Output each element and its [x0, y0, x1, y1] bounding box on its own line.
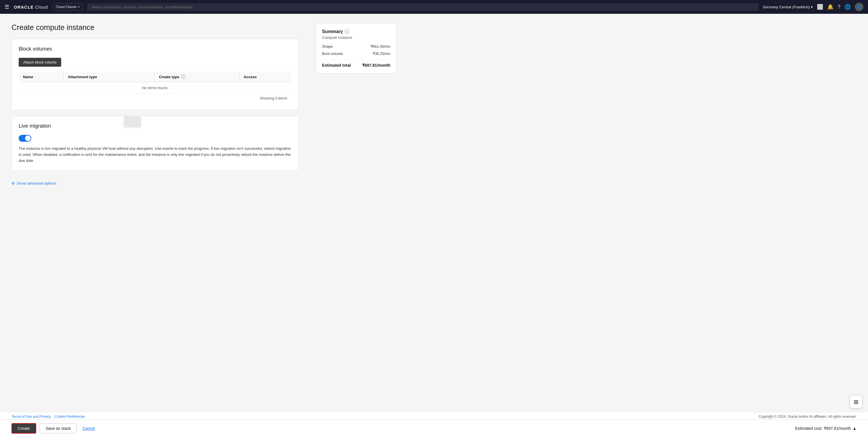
summary-title: Summary	[322, 29, 343, 34]
estimated-total-label: Estimated total	[322, 63, 351, 67]
summary-subtitle: Compute instance	[322, 35, 390, 40]
summary-total-row: Estimated total ₹697.81/month	[322, 63, 390, 67]
shape-value: ₹661.56/mo	[371, 44, 390, 49]
scrollbar-overlay	[124, 116, 141, 128]
shape-label: Shape	[322, 44, 333, 49]
main-wrapper: Create compute instance Block volumes At…	[0, 14, 868, 437]
help-icon[interactable]: ?	[838, 4, 840, 10]
chevron-up-icon: ▲	[852, 426, 857, 431]
summary-info-icon[interactable]: i	[345, 29, 349, 34]
live-migration-title: Live migration	[19, 123, 291, 129]
table-empty-row: No items found.	[19, 82, 291, 94]
boot-volume-label: Boot volume	[322, 52, 343, 56]
col-attachment-type: Attachment type	[64, 71, 155, 82]
col-access: Access	[240, 71, 291, 82]
menu-icon[interactable]: ☰	[5, 4, 9, 10]
page-title: Create compute instance	[11, 23, 299, 32]
summary-card: Summary i Compute instance Shape ₹661.56…	[316, 23, 396, 74]
global-search-input[interactable]	[87, 3, 758, 11]
help-widget-icon: ⊞	[854, 399, 859, 405]
user-avatar[interactable]: 👤	[855, 3, 863, 11]
bell-icon[interactable]: 🔔	[827, 4, 834, 10]
topnav-right-area: Germany Central (Frankfurt) ▾ ⬜ 🔔 ? 🌐 👤	[763, 3, 863, 11]
create-button[interactable]: Create	[11, 423, 36, 434]
terminal-icon[interactable]: ⬜	[817, 4, 823, 10]
col-name: Name	[19, 71, 64, 82]
help-widget[interactable]: ⊞	[849, 396, 862, 408]
empty-message: No items found.	[19, 82, 291, 94]
cookies-link[interactable]: Cookie Preferences	[55, 414, 85, 418]
live-migration-toggle-container	[19, 135, 291, 142]
chevron-down-icon: ▾	[811, 5, 813, 9]
cancel-link[interactable]: Cancel	[80, 424, 97, 433]
show-advanced-options-link[interactable]: ⚙ Show advanced options	[11, 181, 56, 185]
table-footer-row: Showing 0 items	[19, 94, 291, 103]
oracle-logo: ORACLE ORACLE CloudCloud	[14, 5, 48, 9]
footer-left: Terms of Use and Privacy Cookie Preferen…	[11, 414, 85, 418]
block-volumes-title: Block volumes	[19, 46, 291, 52]
action-bar: Create Save as stack Cancel Estimated co…	[0, 419, 868, 437]
block-volumes-section: Block volumes Attach block volume Name A…	[11, 39, 299, 110]
showing-count: Showing 0 items	[19, 94, 291, 103]
globe-icon[interactable]: 🌐	[844, 4, 851, 10]
top-navigation: ☰ ORACLE ORACLE CloudCloud Cloud Classic…	[0, 0, 868, 14]
block-volumes-table: Name Attachment type Create type i	[19, 71, 291, 103]
boot-volume-value: ₹36.25/mo	[373, 52, 390, 56]
save-as-stack-button[interactable]: Save as stack	[40, 424, 77, 433]
footer-copyright: Copyright © 2024, Oracle and/or its affi…	[758, 414, 857, 418]
sidebar-area: Summary i Compute instance Shape ₹661.56…	[310, 14, 402, 437]
terms-link[interactable]: Terms of Use and Privacy	[11, 414, 51, 418]
estimated-total-value: ₹697.81/month	[362, 63, 390, 67]
col-create-type: Create type i	[155, 71, 240, 82]
live-migration-toggle[interactable]	[19, 135, 31, 142]
attach-block-volume-button[interactable]: Attach block volume	[19, 58, 61, 67]
settings-icon: ⚙	[11, 181, 15, 185]
create-type-info-icon[interactable]: i	[181, 75, 186, 79]
live-migration-description: The instance is live migrated to a healt…	[19, 146, 291, 164]
cloud-classic-button[interactable]: Cloud Classic >	[53, 3, 83, 10]
region-selector[interactable]: Germany Central (Frankfurt) ▾	[763, 5, 813, 9]
region-label: Germany Central (Frankfurt)	[763, 5, 810, 9]
estimated-cost-text: Estimated cost: ₹697.81/month	[795, 426, 851, 431]
summary-header: Summary i	[322, 29, 390, 34]
estimated-cost-bar: Estimated cost: ₹697.81/month ▲	[795, 426, 857, 431]
summary-shape-row: Shape ₹661.56/mo	[322, 44, 390, 49]
live-migration-section: Live migration The instance is live migr…	[11, 116, 299, 171]
content-area: Create compute instance Block volumes At…	[0, 14, 310, 437]
summary-boot-volume-row: Boot volume ₹36.25/mo	[322, 52, 390, 56]
